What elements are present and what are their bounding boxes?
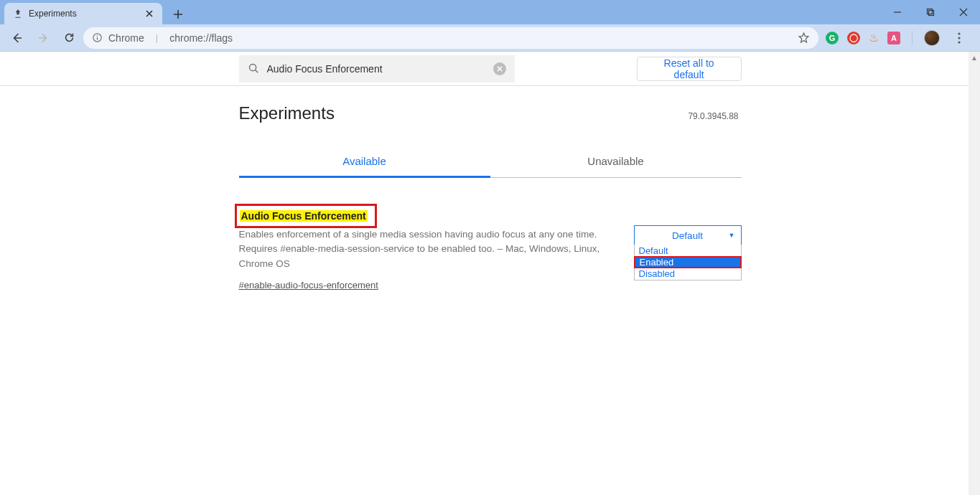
reload-button[interactable] [57,27,80,50]
window-minimize-button[interactable] [881,0,914,24]
url-origin: Chrome [108,32,144,44]
reset-all-button[interactable]: Reset all to default [637,57,742,81]
svg-point-3 [97,35,98,37]
svg-point-6 [958,37,960,39]
window-maximize-button[interactable] [914,0,947,24]
vertical-scrollbar[interactable]: ▲ [969,52,980,495]
flag-hash-link[interactable]: #enable-audio-focus-enforcement [239,280,378,291]
flag-select-box[interactable]: Default [634,225,742,245]
extension-icons: G ◯ ♨ A [821,27,974,49]
extension-icon-1[interactable]: G [826,32,839,44]
flag-option-default[interactable]: Default [635,245,741,257]
address-bar[interactable]: Chrome | chrome://flags [83,27,818,49]
tab-close-icon[interactable] [144,8,155,19]
tab-title: Experiments [29,9,138,19]
url-separator: | [156,32,158,43]
svg-rect-0 [928,9,933,14]
page-viewport: Reset all to default Experiments 79.0.39… [0,52,980,495]
site-info-icon[interactable] [92,32,103,43]
new-tab-button[interactable] [168,4,188,24]
toolbar-divider [912,31,913,45]
search-icon [248,62,260,75]
flag-title-highlight: Audio Focus Enforcement [235,204,377,228]
flag-row: Audio Focus Enforcement Enables enforcem… [239,204,742,291]
profile-avatar[interactable] [924,30,940,46]
tab-favicon [13,9,23,19]
flags-topbar: Reset all to default [0,52,980,86]
extension-icon-3[interactable]: ♨ [869,31,879,44]
chrome-version: 79.0.3945.88 [688,111,738,121]
bookmark-star-icon[interactable] [798,32,810,44]
page-heading: Experiments [239,103,335,123]
flag-select-value: Default [672,230,703,241]
flags-tabs: Available Unavailable [239,146,742,178]
svg-rect-4 [97,37,98,40]
extension-icon-4[interactable]: A [887,32,900,44]
tab-available[interactable]: Available [239,146,490,178]
forward-button[interactable] [32,27,55,50]
url-path: chrome://flags [169,32,233,44]
flag-option-disabled[interactable]: Disabled [635,268,741,280]
flag-description: Enables enforcement of a single media se… [239,227,624,271]
svg-point-7 [958,41,960,43]
svg-point-8 [249,64,256,70]
window-controls [881,0,980,24]
back-button[interactable] [6,27,29,50]
flags-content: Experiments 79.0.3945.88 Available Unava… [239,86,742,291]
flag-dropdown-list: Default Enabled Disabled [634,245,742,280]
browser-menu-button[interactable] [948,27,970,49]
svg-rect-1 [929,11,934,16]
clear-search-icon[interactable] [493,62,506,75]
svg-point-5 [958,32,960,34]
browser-titlebar: Experiments [0,0,980,24]
flag-option-enabled[interactable]: Enabled [634,256,742,268]
flag-title: Audio Focus Enforcement [240,210,368,222]
flag-dropdown[interactable]: Default Default Enabled Disabled [634,225,742,245]
browser-toolbar: Chrome | chrome://flags G ◯ ♨ A [0,24,980,52]
window-close-button[interactable] [947,0,980,24]
flags-search-box[interactable] [239,55,515,82]
extension-icon-2[interactable]: ◯ [847,32,860,44]
tab-unavailable[interactable]: Unavailable [490,146,742,178]
scroll-up-arrow[interactable]: ▲ [969,52,980,63]
flags-search-input[interactable] [267,63,486,75]
browser-tab[interactable]: Experiments [4,3,162,24]
